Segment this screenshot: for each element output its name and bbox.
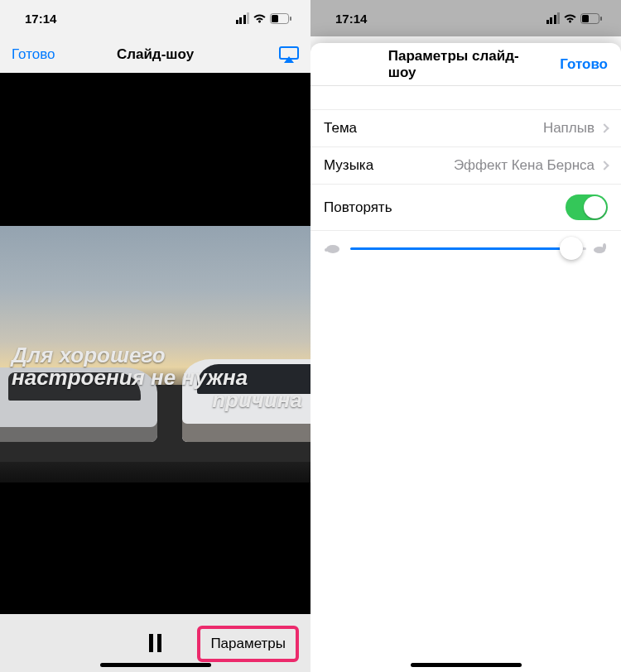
slideshow-video[interactable]: Для хорошего настроения не нужна причина: [0, 73, 310, 614]
settings-list: Тема Наплыв Музыка Эффект Кена Бернса По…: [310, 109, 621, 231]
row-theme[interactable]: Тема Наплыв: [310, 110, 621, 147]
speed-slider-row: [310, 231, 621, 262]
speed-slider[interactable]: [350, 247, 581, 250]
status-icons: [236, 12, 293, 24]
svg-rect-6: [582, 15, 589, 22]
pause-button[interactable]: [139, 626, 172, 660]
row-music-value: Эффект Кена Бернса: [454, 157, 595, 174]
status-icons: [546, 12, 604, 24]
repeat-toggle[interactable]: [566, 194, 608, 220]
right-dimmed-status: 17:14: [310, 0, 621, 36]
svg-rect-1: [272, 15, 278, 22]
row-theme-label: Тема: [324, 120, 357, 137]
options-nav: Параметры слайд-шоу Готово: [310, 43, 621, 86]
svg-rect-2: [290, 17, 291, 21]
battery-icon: [270, 13, 292, 24]
cellular-icon: [236, 12, 250, 24]
svg-rect-7: [600, 17, 602, 21]
left-phone: 17:14 Готово Слайд-шоу: [0, 0, 310, 672]
options-sheet: Параметры слайд-шоу Готово Тема Наплыв М…: [310, 43, 621, 672]
wifi-icon: [253, 13, 267, 24]
slideshow-nav: Готово Слайд-шоу: [0, 36, 310, 73]
chevron-right-icon: [599, 161, 609, 170]
right-phone: 17:14 Параметры слайд-шоу Готово Те: [310, 0, 621, 672]
options-button[interactable]: Параметры: [197, 626, 299, 662]
battery-icon: [580, 13, 603, 24]
svg-point-9: [325, 248, 328, 252]
slideshow-toolbar: Параметры: [0, 614, 310, 672]
wifi-icon: [563, 13, 577, 24]
status-bar-left: 17:14: [0, 0, 310, 36]
row-music-label: Музыка: [324, 157, 373, 174]
home-indicator[interactable]: [100, 663, 211, 667]
chevron-right-icon: [599, 123, 609, 132]
done-button[interactable]: Готово: [12, 46, 61, 63]
home-indicator[interactable]: [411, 663, 522, 667]
row-repeat: Повторять: [310, 185, 621, 231]
svg-point-11: [603, 243, 606, 250]
airplay-icon[interactable]: [279, 46, 299, 63]
turtle-icon: [324, 242, 342, 254]
row-music[interactable]: Музыка Эффект Кена Бернса: [310, 147, 621, 185]
video-overlay-text: Для хорошего настроения не нужна причина: [12, 344, 302, 412]
video-frame: Для хорошего настроения не нужна причина: [0, 226, 310, 482]
svg-point-8: [326, 245, 339, 253]
status-time: 17:14: [25, 12, 56, 26]
row-theme-value: Наплыв: [543, 120, 595, 137]
cellular-icon: [546, 12, 561, 24]
row-repeat-label: Повторять: [324, 199, 392, 216]
slideshow-title: Слайд-шоу: [117, 46, 194, 63]
options-title: Параметры слайд-шоу: [388, 48, 544, 81]
status-time: 17:14: [335, 12, 367, 26]
options-done-button[interactable]: Готово: [560, 56, 608, 73]
rabbit-icon: [590, 242, 608, 254]
